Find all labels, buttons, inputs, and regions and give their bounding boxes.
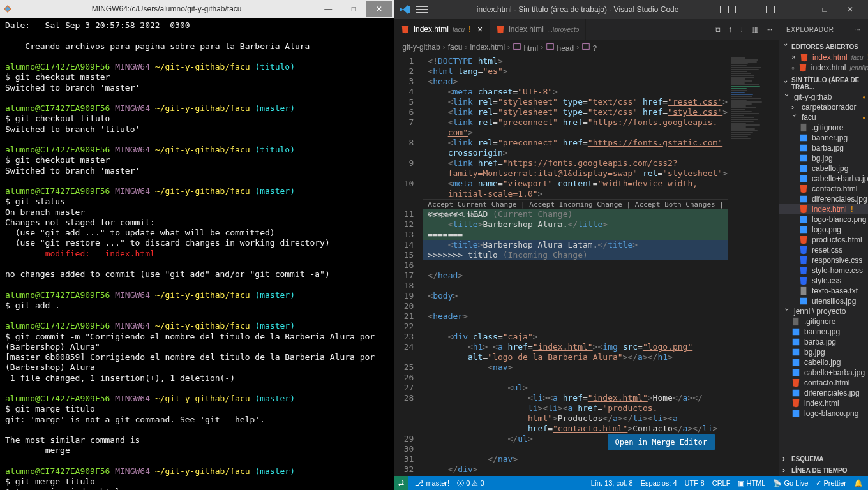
errors-indicator[interactable]: ⓧ 0 ⚠ 0 [457, 479, 484, 488]
svg-rect-7 [800, 145, 807, 152]
open-editors-section[interactable]: EDITORES ABIERTOS [779, 41, 868, 52]
layout-icons[interactable] [720, 6, 775, 13]
terminal-app-icon [3, 4, 13, 14]
editor-tabs: index.htmlfacu!×index.html...\proyecto⧉↑… [394, 19, 779, 40]
file-item[interactable]: diferenciales.jpg [779, 388, 868, 398]
file-item[interactable]: responsive.css [779, 255, 868, 265]
up-icon[interactable]: ↑ [728, 25, 732, 34]
folder-item[interactable]: jenni \ proyecto [779, 306, 868, 316]
indentation[interactable]: Espacios: 4 [641, 479, 677, 487]
file-item[interactable]: banner.jpg [779, 327, 868, 337]
file-item[interactable]: .gitignore [779, 316, 868, 327]
file-item[interactable]: bg.jpg [779, 153, 868, 163]
svg-rect-20 [793, 359, 800, 366]
layout-icon[interactable] [751, 6, 760, 13]
folder-item[interactable]: carpetaborrador [779, 102, 868, 112]
breadcrumb-item[interactable]: ? [581, 42, 597, 53]
cursor-position[interactable]: Lín. 13, col. 8 [591, 479, 633, 487]
hamburger-icon[interactable] [416, 4, 428, 15]
vscode-logo-icon [400, 4, 411, 15]
minimize-button[interactable]: — [315, 1, 341, 17]
file-item[interactable]: utensilios.jpg [779, 296, 868, 306]
svg-rect-4 [583, 43, 590, 49]
breadcrumb-item[interactable]: index.html [470, 43, 505, 52]
timeline-section[interactable]: LÍNEA DE TIEMPO [779, 464, 868, 476]
file-item[interactable]: index.html ! [779, 204, 868, 214]
file-item[interactable]: texto-base.txt [779, 286, 868, 296]
folder-item[interactable]: git-y-githab [779, 92, 868, 102]
language-mode[interactable]: ▣ HTML [738, 479, 765, 487]
file-item[interactable]: cabello+barba.jpg [779, 368, 868, 378]
file-item[interactable]: productos.html [779, 235, 868, 245]
breadcrumb[interactable]: git-y-githab›facu›index.html› html› head… [394, 40, 779, 55]
maximize-button[interactable]: □ [812, 1, 837, 19]
down-icon[interactable]: ↓ [740, 25, 744, 34]
file-item[interactable]: cabello+barba.jpg [779, 174, 868, 184]
file-item[interactable]: logo.png [779, 225, 868, 235]
layout-icon[interactable] [766, 6, 775, 13]
branch-indicator[interactable]: ⎇ master! [415, 479, 449, 487]
svg-rect-18 [793, 339, 800, 346]
svg-rect-8 [800, 155, 807, 162]
file-item[interactable]: barba.jpg [779, 143, 868, 153]
file-item[interactable]: cabello.jpg [779, 357, 868, 368]
breadcrumb-item[interactable]: facu [448, 43, 463, 52]
status-bar: ⇄ ⎇ master! ⓧ 0 ⚠ 0 Lín. 13, col. 8 Espa… [394, 476, 868, 490]
breadcrumb-item[interactable]: html [513, 42, 538, 53]
open-editor-item[interactable]: ○index.html jenni\p... [779, 63, 868, 73]
vscode-titlebar[interactable]: index.html - Sin título (área de trabajo… [394, 0, 868, 19]
close-button[interactable]: ✕ [366, 1, 392, 17]
file-item[interactable]: reset.css [779, 245, 868, 255]
minimize-button[interactable]: — [786, 1, 812, 19]
open-merge-editor-button[interactable]: Open in Merge Editor [608, 434, 715, 450]
minimap[interactable] [728, 55, 779, 476]
terminal-titlebar[interactable]: MINGW64:/c/Users/alumno/git-y-githab/fac… [0, 0, 394, 18]
file-item[interactable]: diferenciales.jpg [779, 194, 868, 204]
file-item[interactable]: barba.jpg [779, 337, 868, 347]
file-item[interactable]: .gitignore [779, 122, 868, 133]
file-item[interactable]: contacto.html [779, 378, 868, 388]
file-item[interactable]: index.html [779, 398, 868, 408]
outline-section[interactable]: ESQUEMA [779, 453, 868, 464]
editor-tab[interactable]: index.htmlfacu!× [394, 19, 490, 40]
code-editor[interactable]: 1234567 8 9 10 1112131415161718192021222… [394, 55, 779, 476]
file-item[interactable]: banner.jpg [779, 133, 868, 143]
workspace-section[interactable]: SIN TÍTULO (ÁREA DE TRAB... [779, 75, 868, 92]
breadcrumb-item[interactable]: head [546, 42, 574, 53]
code-lines[interactable]: <!DOCTYPE html><html lang="es"><head> <m… [423, 55, 728, 476]
close-icon[interactable]: × [791, 53, 796, 62]
split-icon[interactable]: ▥ [751, 25, 758, 34]
close-button[interactable]: ✕ [837, 1, 863, 19]
svg-rect-2 [514, 43, 521, 49]
prettier[interactable]: ✓ Prettier [816, 479, 846, 487]
open-editor-item[interactable]: ×index.html facu ! [779, 52, 868, 63]
notifications-icon[interactable]: 🔔 [854, 479, 863, 487]
maximize-button[interactable]: □ [341, 1, 366, 17]
svg-rect-3 [547, 43, 554, 49]
svg-rect-6 [800, 135, 807, 142]
folder-item[interactable]: facu [779, 112, 868, 122]
go-live[interactable]: 📡 Go Live [773, 479, 808, 487]
svg-rect-17 [793, 329, 800, 336]
eol[interactable]: CRLF [712, 479, 731, 487]
editor-tab[interactable]: index.html...\proyecto [490, 19, 586, 40]
layout-icon[interactable] [720, 6, 729, 13]
file-item[interactable]: bg.jpg [779, 347, 868, 357]
breadcrumb-item[interactable]: git-y-githab [402, 43, 440, 52]
file-item[interactable]: style-home.css [779, 265, 868, 276]
layout-icon[interactable] [735, 6, 744, 13]
file-item[interactable]: logo-blanco.png [779, 408, 868, 419]
file-item[interactable]: contacto.html [779, 184, 868, 194]
close-icon[interactable]: × [477, 24, 483, 34]
more-icon[interactable]: ··· [766, 25, 772, 34]
file-item[interactable]: style.css [779, 276, 868, 286]
more-icon[interactable]: ··· [854, 26, 860, 33]
file-item[interactable]: logo-blanco.png [779, 214, 868, 225]
svg-rect-13 [800, 226, 807, 234]
conflict-actions[interactable]: Accept Current Change | Accept Incoming … [423, 199, 728, 209]
remote-icon[interactable]: ⇄ [394, 476, 408, 490]
file-item[interactable]: cabello.jpg [779, 163, 868, 174]
terminal-body[interactable]: Date: Sat Sep 3 20:57:58 2022 -0300 Crea… [0, 18, 394, 490]
compare-icon[interactable]: ⧉ [715, 25, 721, 34]
encoding[interactable]: UTF-8 [685, 479, 705, 487]
